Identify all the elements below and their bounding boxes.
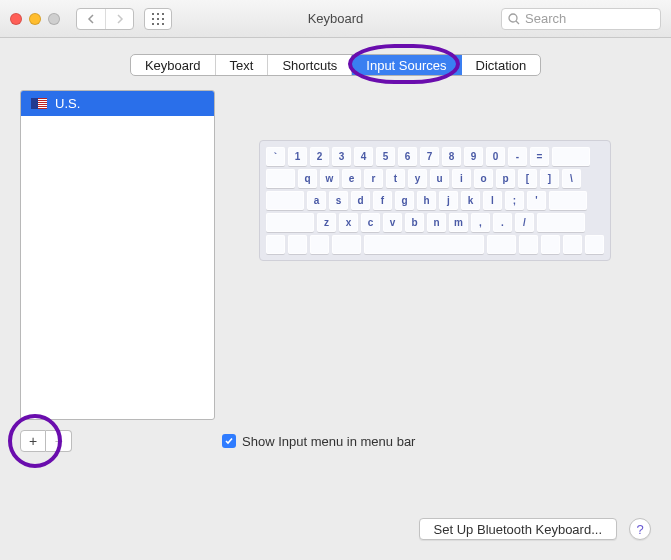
bottom-controls: + − Show Input menu in menu bar	[20, 430, 651, 452]
key	[288, 235, 307, 254]
key: '	[527, 191, 546, 210]
close-window-button[interactable]	[10, 13, 22, 25]
key: ,	[471, 213, 490, 232]
show-input-menu-checkbox[interactable]	[222, 434, 236, 448]
help-button[interactable]: ?	[629, 518, 651, 540]
key: /	[515, 213, 534, 232]
svg-rect-6	[152, 23, 154, 25]
key: h	[417, 191, 436, 210]
input-source-list[interactable]: U.S.	[20, 90, 215, 420]
key	[487, 235, 516, 254]
key	[266, 235, 285, 254]
nav-back-button[interactable]	[77, 9, 105, 29]
key: 2	[310, 147, 329, 166]
key: -	[508, 147, 527, 166]
key	[541, 235, 560, 254]
key: 8	[442, 147, 461, 166]
nav-back-forward	[76, 8, 134, 30]
key	[266, 191, 304, 210]
checkmark-icon	[224, 436, 234, 446]
key: =	[530, 147, 549, 166]
key	[585, 235, 604, 254]
key: r	[364, 169, 383, 188]
footer: Set Up Bluetooth Keyboard... ?	[419, 518, 651, 540]
key: g	[395, 191, 414, 210]
key: 0	[486, 147, 505, 166]
key	[552, 147, 590, 166]
key: 1	[288, 147, 307, 166]
key: e	[342, 169, 361, 188]
key	[332, 235, 361, 254]
key: i	[452, 169, 471, 188]
search-icon	[508, 13, 520, 25]
key: l	[483, 191, 502, 210]
key: ;	[505, 191, 524, 210]
zoom-window-button	[48, 13, 60, 25]
pane-tabs: Keyboard Text Shortcuts Input Sources Di…	[0, 54, 671, 76]
traffic-lights	[10, 13, 60, 25]
key: n	[427, 213, 446, 232]
key: 5	[376, 147, 395, 166]
add-remove-segment: + −	[20, 430, 72, 452]
key: \	[562, 169, 581, 188]
remove-source-button: −	[46, 430, 72, 452]
key: v	[383, 213, 402, 232]
key: 3	[332, 147, 351, 166]
key	[266, 213, 314, 232]
key: o	[474, 169, 493, 188]
keyboard-preview-pane: `1234567890-= qwertyuiop[]\ asdfghjkl;' …	[219, 90, 651, 420]
key: d	[351, 191, 370, 210]
key: 9	[464, 147, 483, 166]
svg-rect-8	[162, 23, 164, 25]
key	[537, 213, 585, 232]
key: f	[373, 191, 392, 210]
key: 6	[398, 147, 417, 166]
source-item-us[interactable]: U.S.	[21, 91, 214, 116]
key: ]	[540, 169, 559, 188]
tab-shortcuts[interactable]: Shortcuts	[268, 55, 352, 75]
key	[519, 235, 538, 254]
key: 4	[354, 147, 373, 166]
key: 7	[420, 147, 439, 166]
key: [	[518, 169, 537, 188]
key: x	[339, 213, 358, 232]
svg-rect-0	[152, 13, 154, 15]
key: j	[439, 191, 458, 210]
source-item-label: U.S.	[55, 96, 80, 111]
key: m	[449, 213, 468, 232]
key	[266, 169, 295, 188]
key	[364, 235, 484, 254]
key: a	[307, 191, 326, 210]
svg-rect-4	[157, 18, 159, 20]
svg-line-10	[516, 21, 519, 24]
search-placeholder: Search	[525, 11, 566, 26]
flag-us-icon	[31, 98, 47, 109]
svg-rect-1	[157, 13, 159, 15]
key: `	[266, 147, 285, 166]
key: q	[298, 169, 317, 188]
key: k	[461, 191, 480, 210]
key: t	[386, 169, 405, 188]
show-input-menu-row[interactable]: Show Input menu in menu bar	[222, 434, 415, 449]
search-input[interactable]: Search	[501, 8, 661, 30]
nav-forward-button[interactable]	[105, 9, 133, 29]
key: p	[496, 169, 515, 188]
window-titlebar: Keyboard Search	[0, 0, 671, 38]
setup-bluetooth-button[interactable]: Set Up Bluetooth Keyboard...	[419, 518, 617, 540]
tab-text[interactable]: Text	[216, 55, 269, 75]
show-all-button[interactable]	[144, 8, 172, 30]
minimize-window-button[interactable]	[29, 13, 41, 25]
tab-keyboard[interactable]: Keyboard	[131, 55, 216, 75]
key: y	[408, 169, 427, 188]
keyboard-preview: `1234567890-= qwertyuiop[]\ asdfghjkl;' …	[259, 140, 611, 261]
key	[310, 235, 329, 254]
key: u	[430, 169, 449, 188]
key: s	[329, 191, 348, 210]
tab-input-sources[interactable]: Input Sources	[352, 55, 461, 75]
key: w	[320, 169, 339, 188]
add-source-button[interactable]: +	[20, 430, 46, 452]
key: z	[317, 213, 336, 232]
svg-rect-2	[162, 13, 164, 15]
key	[549, 191, 587, 210]
tab-dictation[interactable]: Dictation	[462, 55, 541, 75]
